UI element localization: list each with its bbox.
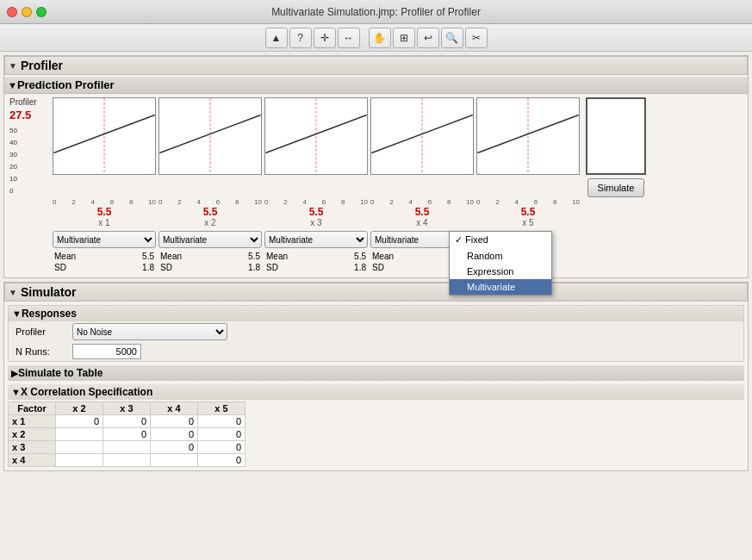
input-x1-x4[interactable] — [155, 416, 194, 426]
title-bar: Multivariate Simulation.jmp: Profiler of… — [0, 0, 752, 24]
simulate-to-table-label: Simulate to Table — [18, 367, 103, 379]
prediction-profiler-header[interactable]: ▼ Prediction Profiler — [4, 77, 748, 94]
lasso-tool[interactable]: ↩ — [417, 28, 439, 48]
xcorr-section: ▼ X Correlation Specification Factor x 2… — [8, 384, 744, 467]
responses-arrow: ▼ — [12, 308, 22, 319]
simulate-button[interactable]: Simulate — [587, 178, 644, 197]
menu-item-expression[interactable]: Expression — [450, 264, 551, 279]
input-x2-x3[interactable] — [108, 429, 146, 439]
chart-svg-4 — [371, 98, 473, 174]
input-x1-x5[interactable] — [202, 416, 241, 426]
profiler-noise-row: Profiler No Noise Add Noise — [9, 321, 743, 342]
row-label-x1: x 1 — [9, 415, 56, 428]
chart-1 — [53, 97, 156, 197]
main-content: ▼ Profiler ▼ Prediction Profiler Profile… — [0, 52, 752, 560]
grid-tool[interactable]: ⊞ — [393, 28, 415, 48]
menu-item-fixed[interactable]: Fixed — [450, 232, 551, 248]
close-button[interactable] — [7, 7, 17, 17]
input-x1-x3[interactable] — [108, 416, 146, 426]
chart-4 — [370, 97, 474, 197]
charts-column: Simulate 0246810 0246810 0246810 — [53, 97, 646, 274]
cell-x3-x4 — [151, 441, 198, 454]
input-x4-x5[interactable] — [202, 455, 241, 465]
col-x3: x 3 — [103, 402, 151, 415]
menu-item-multivariate[interactable]: Multivariate — [450, 279, 551, 295]
hand-tool[interactable]: ✋ — [369, 28, 391, 48]
cut-tool[interactable]: ✂ — [465, 28, 488, 48]
col-x5: x 5 — [198, 402, 245, 415]
help-tool[interactable]: ? — [289, 28, 312, 48]
maximize-button[interactable] — [36, 7, 47, 17]
cell-x1-x5 — [198, 415, 245, 428]
simulator-header[interactable]: ▼ Simulator — [4, 283, 748, 302]
chart-box-5 — [476, 97, 580, 175]
crosshair-tool[interactable]: ✛ — [314, 28, 336, 48]
cell-x4-x3 — [103, 454, 151, 467]
input-x2-x5[interactable] — [202, 429, 241, 439]
x-ticks-row: 0246810 0246810 0246810 0246810 0246810 — [53, 198, 646, 206]
dropdown-x3[interactable]: Multivariate Fixed Random Expression — [264, 231, 368, 248]
xval-3: 5.5 x 3 — [264, 206, 368, 227]
y-ticks: 50 40 30 20 10 0 — [8, 125, 53, 197]
profiler-label: Profiler — [16, 327, 67, 337]
cell-x1-x2 — [56, 415, 103, 428]
simulate-area: Simulate — [586, 97, 646, 197]
profiler-header[interactable]: ▼ Profiler — [4, 56, 748, 75]
menu-item-random[interactable]: Random — [450, 248, 551, 264]
chart-svg-3 — [265, 98, 367, 174]
input-x3-x5[interactable] — [202, 442, 241, 452]
pp-arrow: ▼ — [8, 80, 17, 90]
dropdown-x1[interactable]: Multivariate Fixed Random Expression — [53, 231, 156, 248]
move-tool[interactable]: ↔ — [338, 28, 360, 48]
profiler-arrow: ▼ — [9, 61, 17, 70]
col-x4: x 4 — [151, 402, 198, 415]
input-x3-x4[interactable] — [155, 442, 194, 452]
cursor-tool[interactable]: ▲ — [265, 28, 288, 48]
x-ticks-4: 0246810 — [370, 198, 474, 206]
n-runs-label: N Runs: — [16, 346, 67, 357]
x-ticks-3: 0246810 — [264, 198, 368, 206]
input-x2-x4[interactable] — [155, 429, 194, 439]
charts-area: Profiler 27.5 50 40 30 20 10 0 — [4, 94, 748, 277]
x-values-row: 5.5 x 1 5.5 x 2 5.5 x 3 5.5 — [53, 206, 646, 227]
x-ticks-1: 0246810 — [53, 198, 156, 206]
zoom-tool[interactable]: 🔍 — [441, 28, 463, 48]
stats-row: Mean5.5SD1.8 Mean5.5SD1.8 Mean5.5SD1.8 M… — [53, 250, 646, 274]
table-row: x 1 — [9, 415, 245, 428]
xcorr-arrow: ▼ — [11, 387, 21, 397]
cell-x3-x2 — [56, 441, 103, 454]
cell-x3-x3 — [103, 441, 151, 454]
row-label-x3: x 3 — [9, 441, 56, 454]
noise-select[interactable]: No Noise Add Noise — [72, 323, 227, 340]
dropdown-x2[interactable]: Multivariate Fixed Random Expression — [158, 231, 262, 248]
x-ticks-2: 0246810 — [158, 198, 262, 206]
responses-section: ▼ Responses Profiler No Noise Add Noise … — [8, 305, 744, 362]
chart-svg-1 — [53, 98, 155, 174]
toolbar: ▲ ? ✛ ↔ ✋ ⊞ ↩ 🔍 ✂ — [0, 24, 752, 52]
separator — [362, 28, 367, 48]
table-row: x 3 — [9, 441, 245, 454]
chart-5 — [476, 97, 580, 197]
window-controls[interactable] — [7, 7, 47, 17]
stats-1: Mean5.5SD1.8 — [53, 250, 156, 274]
chart-2 — [158, 97, 262, 197]
profiler-section: ▼ Profiler ▼ Prediction Profiler Profile… — [3, 55, 749, 278]
n-runs-input[interactable]: 5000 — [72, 344, 141, 359]
blank-chart — [586, 97, 646, 175]
minimize-button[interactable] — [22, 7, 32, 17]
input-x1-x2[interactable] — [60, 416, 99, 426]
responses-header[interactable]: ▼ Responses — [9, 306, 743, 321]
cell-x2-x4 — [151, 428, 198, 441]
cell-x4-x2 — [56, 454, 103, 467]
dropdowns-row: Multivariate Fixed Random Expression Mul… — [53, 231, 646, 248]
simulator-section: ▼ Simulator ▼ Responses Profiler No Nois… — [3, 282, 749, 471]
cell-x1-x3 — [103, 415, 151, 428]
cell-x3-x5 — [198, 441, 245, 454]
chart-box-1 — [53, 97, 156, 175]
cell-x1-x4 — [151, 415, 198, 428]
cell-x4-x5 — [198, 454, 245, 467]
xcorr-header[interactable]: ▼ X Correlation Specification — [8, 384, 744, 400]
simulate-to-table-section[interactable]: ▶ Simulate to Table — [8, 365, 744, 381]
pp-title: Prediction Profiler — [17, 78, 115, 91]
profiler-title: Profiler — [21, 59, 63, 72]
